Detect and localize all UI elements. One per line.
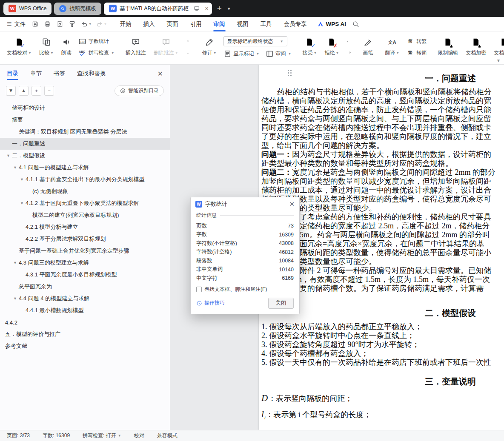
menu-reference[interactable]: 引用 [184, 17, 208, 31]
toc-item[interactable]: ▼4.4 问题 4 的模型建立与求解 [0, 293, 170, 304]
tab-close-icon[interactable]: × [205, 5, 208, 12]
tips-link[interactable]: 操作技巧 [196, 299, 225, 307]
smart-toc-button[interactable]: 智能识别目录 [115, 85, 164, 96]
proofread-button[interactable]: ✓ 文档校对▼ [3, 35, 35, 59]
toc-item[interactable]: 基于问题一基础上合并优化列宽冗余定型步骤 [0, 245, 170, 257]
status-spellcheck[interactable]: 拼写检查: 打开 ▼ [83, 432, 121, 439]
toc-expander-icon[interactable]: ▼ [13, 296, 17, 301]
toc-item[interactable]: 4.3.1 平面冗余度最小多目标规划模型 [0, 269, 170, 281]
toc-item[interactable]: (c) 无侧翻现象 [0, 185, 170, 197]
zoom-out-button[interactable]: － [44, 86, 54, 96]
prev-change-button[interactable] [344, 38, 353, 46]
tab-find-replace[interactable]: 查找和替换 [77, 65, 106, 83]
status-words[interactable]: 字数: 16309 [43, 432, 70, 439]
tab-sections[interactable]: 章节 [30, 65, 42, 83]
toc-item-label: 4.4.1 最小槽数规划模型 [26, 307, 84, 314]
menu-page[interactable]: 页面 [161, 17, 184, 31]
word-count-dialog: W 字数统计 ✕ 统计信息 页数73字数16309字符数(不计空格)43008字… [190, 197, 300, 314]
toc-item[interactable]: 储药柜的设计 [0, 102, 170, 114]
spell-check-button[interactable]: ABC 拼写检查 ▼ [78, 49, 115, 57]
compare-button[interactable]: 比较▼ [36, 35, 57, 59]
reject-button[interactable]: ✗ 拒绝▼ [321, 35, 342, 59]
save-button[interactable] [32, 20, 39, 28]
toc-expander-icon[interactable]: ▼ [13, 165, 17, 170]
next-comment-button[interactable] [184, 49, 192, 57]
translate-button[interactable]: 文A 翻译▼ [381, 35, 403, 59]
wps-ai-button[interactable]: WPS AI [313, 21, 351, 28]
menu-home[interactable]: 开始 [114, 17, 137, 31]
include-footnotes-checkbox[interactable]: 包括文本框、脚注和尾注(F) [196, 286, 294, 293]
toc-item[interactable]: 模型二的建立(列宽冗余双目标规划) [0, 209, 170, 221]
next-change-button[interactable] [344, 49, 353, 57]
close-pane-icon[interactable]: ✕ [158, 70, 163, 78]
toc-item[interactable]: 4.4.2 [0, 316, 170, 328]
toc-expander-icon[interactable]: ▼ [13, 261, 17, 265]
accept-button[interactable]: ✓ 接受▼ [299, 35, 320, 59]
format-painter-button[interactable] [69, 20, 76, 28]
navigation-pane: 目录 章节 书签 查找和替换 ✕ ▼ ▲ ＋ － 智能识别目录 储药柜的设计摘要… [0, 65, 170, 430]
show-markup-button[interactable]: 显示标记 ▼ [223, 50, 260, 58]
finalize-button[interactable]: ✓ 文档定稿 [490, 35, 504, 59]
checkbox-icon[interactable] [196, 287, 202, 292]
toc-item[interactable]: ▼4.1.2 基于区间无重叠下最小聚类法的模型求解 [0, 197, 170, 209]
zoom-in-button[interactable]: ＋ [32, 86, 41, 96]
menu-review[interactable]: 审阅 [208, 17, 231, 31]
expand-all-button[interactable]: ▲ [19, 86, 29, 96]
close-dialog-button[interactable]: 关闭 [268, 298, 294, 309]
status-page[interactable]: 页面: 3/73 [7, 432, 30, 439]
track-changes-button[interactable]: 修订▼ [199, 35, 220, 59]
toc-item[interactable]: 4.2.1 模型分析与建立 [0, 221, 170, 233]
menu-tools[interactable]: 工具 [255, 17, 278, 31]
toc-item[interactable]: ▼二．模型假设 [0, 150, 170, 162]
prev-comment-button[interactable] [184, 38, 192, 46]
encrypt-button[interactable]: 文档加密 [462, 35, 490, 59]
toc-item[interactable]: 一．问题重述 [0, 138, 170, 150]
tab-document[interactable]: W 基于MATLAB的自动补药药柜 × [104, 3, 212, 15]
toc-item[interactable]: 4.4.1 最小槽数规划模型 [0, 304, 170, 316]
markup-state-select[interactable]: 显示标记的最终状态 ▼ [223, 36, 287, 46]
menu-view[interactable]: 视图 [231, 17, 255, 31]
ribbon-collapse-icon[interactable]: ▼ [496, 58, 501, 63]
tab-toc[interactable]: 目录 [7, 65, 18, 83]
restrict-edit-button[interactable]: 限制编辑 [434, 35, 461, 59]
toc-expander-icon[interactable]: ▼ [6, 154, 10, 158]
search-icon[interactable] [352, 20, 360, 28]
toc-item[interactable]: 关键词：双目标规划 区间无重叠聚类 分层法 [0, 126, 170, 138]
menu-member[interactable]: 会员专享 [278, 17, 313, 31]
word-count-button[interactable]: 123 字数统计 [78, 37, 115, 46]
toc-item[interactable]: 五．模型的评价与推广 [0, 328, 170, 340]
status-proof[interactable]: 校对 [134, 432, 144, 439]
redo-button[interactable]: ▼ [96, 21, 107, 28]
drag-handle-icon[interactable] [288, 70, 292, 77]
pen-button[interactable]: 画笔 [359, 35, 376, 59]
toc-expander-icon[interactable]: ▼ [20, 177, 24, 182]
tab-template[interactable]: 找稿壳模板 [54, 3, 101, 15]
toc-item[interactable]: ▼4.1 问题一的模型建立与求解 [0, 162, 170, 174]
toc-item[interactable]: 摘要 [0, 114, 170, 126]
read-aloud-button[interactable]: 朗读 [58, 35, 75, 59]
tab-list-chevron-icon[interactable]: ▼ [227, 6, 231, 11]
tab-bookmarks[interactable]: 书签 [54, 65, 65, 83]
insert-comment-button[interactable]: 插入批注 [122, 35, 149, 59]
review-pane-button[interactable]: 审阅 ▼ [266, 50, 292, 58]
toc-item[interactable]: 4.2.2 基于分层法求解双目标规划 [0, 233, 170, 245]
dialog-close-icon[interactable]: ✕ [289, 200, 295, 208]
dialog-titlebar[interactable]: W 字数统计 ✕ [191, 197, 299, 211]
toc-expander-icon[interactable]: ▼ [20, 201, 24, 205]
toc-item[interactable]: ▼4.1.1 基于药盒安全推出下的最小列分类规划模型 [0, 174, 170, 185]
menu-insert[interactable]: 插入 [137, 17, 161, 31]
new-tab-button[interactable]: + [215, 4, 224, 13]
collapse-all-button[interactable]: ▼ [6, 86, 16, 96]
toc-item[interactable]: 参考文献 [0, 340, 170, 352]
toc-item[interactable]: 总平面冗余为 [0, 281, 170, 293]
undo-button[interactable]: ▼ [81, 21, 92, 28]
file-menu-button[interactable]: ☰ 文件 [4, 20, 28, 28]
print-button[interactable] [44, 20, 51, 28]
proofread-label: 文档校对 [7, 49, 27, 57]
delete-comment-button[interactable]: 删除批注▼ [150, 35, 182, 59]
to-simplified-button[interactable]: 繁 转简 [406, 49, 427, 57]
toc-item[interactable]: ▼4.3 问题三的模型建立与求解 [0, 257, 170, 269]
to-traditional-button[interactable]: 简 转繁 [406, 37, 427, 46]
tab-wps-office[interactable]: W WPS Office [3, 3, 52, 15]
print-preview-button[interactable] [56, 20, 63, 28]
